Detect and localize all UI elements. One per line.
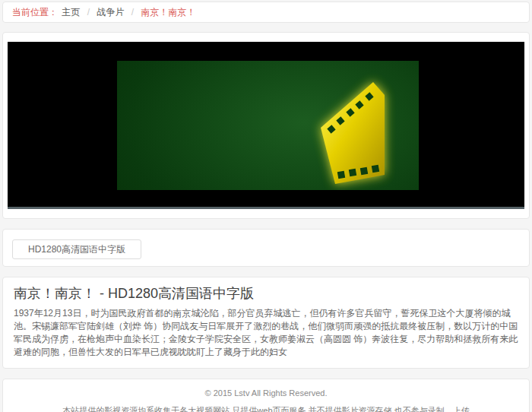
copyright-text: © 2015 Lstv All Rights Reserved. [26, 388, 506, 399]
breadcrumb-separator: / [131, 7, 134, 17]
film-strip-icon [117, 61, 419, 190]
movie-info: 南京！南京！ - HD1280高清国语中字版 1937年12月13日，时为国民政… [2, 277, 530, 369]
player-card [2, 32, 530, 219]
breadcrumb-separator: / [87, 7, 90, 17]
player-seekbar[interactable] [8, 207, 524, 209]
footer: © 2015 Lstv All Rights Reserved. 本站提供的影视… [2, 379, 530, 412]
breadcrumb-current: 南京！南京！ [141, 7, 195, 17]
episode-button[interactable]: HD1280高清国语中字版 [12, 239, 141, 259]
breadcrumb-label: 当前位置： [12, 7, 58, 17]
movie-description: 1937年12月13日，时为国民政府首都的南京城沦陷，部分官员弃城逃亡，但仍有许… [14, 307, 518, 359]
breadcrumb-link-home[interactable]: 主页 [62, 7, 80, 17]
page-title: 南京！南京！ - HD1280高清国语中字版 [14, 285, 518, 302]
disclaimer-line-1: 本站提供的影视资源均系收集于各大视频网站,只提供web页面服务,并不提供影片资源… [26, 405, 506, 412]
breadcrumb-link-category[interactable]: 战争片 [97, 7, 124, 17]
video-player[interactable] [8, 42, 524, 209]
episode-list: HD1280高清国语中字版 [2, 229, 530, 267]
video-screen [117, 61, 419, 190]
breadcrumb: 当前位置： 主页 / 战争片 / 南京！南京！ [2, 2, 530, 23]
